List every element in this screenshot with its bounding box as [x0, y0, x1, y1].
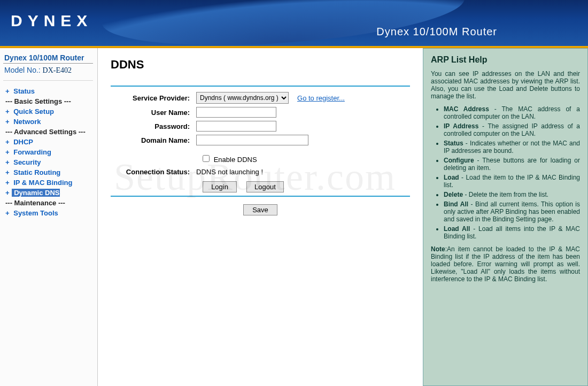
nav-item-label: System Tools	[12, 209, 58, 217]
help-term: MAC Address	[444, 105, 489, 113]
help-intro: You can see IP addresses on the LAN and …	[431, 70, 580, 100]
sidebar-model: Model No.: DX-E402	[3, 64, 93, 81]
nav-item-label: Network	[12, 118, 41, 126]
help-item: IP Address - The assigned IP address of …	[444, 122, 580, 137]
divider	[111, 196, 410, 197]
router-title: Dynex 10/100M Router	[376, 26, 497, 38]
register-link[interactable]: Go to register...	[297, 94, 345, 102]
help-item: Bind All - Bind all current items. This …	[444, 200, 580, 223]
label-domain: Domain Name:	[111, 136, 196, 144]
bullet-icon: +	[5, 168, 10, 176]
nav-item[interactable]: + Dynamic DNS	[3, 188, 97, 198]
model-label: Model No.:	[4, 66, 41, 74]
nav-item[interactable]: + Static Routing	[3, 167, 97, 177]
enable-ddns-checkbox[interactable]	[203, 155, 210, 162]
help-term: Load	[444, 174, 459, 181]
nav-item-label: Static Routing	[12, 168, 61, 176]
nav-item[interactable]: + System Tools	[3, 208, 97, 218]
nav-menu: + Status--- Basic Settings ---+ Quick Se…	[3, 86, 97, 218]
decorative-swoosh	[100, 0, 467, 48]
conn-status-value: DDNS not launching !	[196, 168, 263, 176]
nav-item[interactable]: + Quick Setup	[3, 106, 97, 117]
help-item: Delete - Delete the item from the list.	[444, 191, 580, 198]
nav-heading: --- Maintenance ---	[3, 198, 97, 208]
help-list: MAC Address - The MAC address of a contr…	[444, 105, 580, 240]
bullet-icon: +	[5, 179, 10, 187]
ddns-form: Service Provider: Dyndns ( www.dyndns.or…	[111, 86, 410, 215]
help-term: Bind All	[444, 200, 468, 208]
divider	[111, 86, 410, 87]
help-item: Status - Indicates whether or not the MA…	[444, 140, 580, 155]
help-panel: ARP List Help You can see IP addresses o…	[423, 48, 588, 386]
bullet-icon: +	[5, 107, 10, 115]
note-text: :An item cannot be loaded to the IP & MA…	[431, 245, 580, 283]
help-term: Status	[444, 140, 463, 147]
brand-logo: DYNEX	[11, 12, 92, 30]
nav-item-label: Security	[12, 158, 41, 166]
bullet-icon: +	[5, 87, 10, 95]
label-conn-status: Connection Status:	[111, 168, 196, 176]
help-item: Load All - Load all items into the IP & …	[444, 225, 580, 240]
bullet-icon: +	[5, 158, 10, 166]
help-item: MAC Address - The MAC address of a contr…	[444, 105, 580, 120]
bullet-icon: +	[5, 118, 10, 126]
domain-input[interactable]	[196, 135, 308, 145]
nav-heading: --- Advanced Settings ---	[3, 127, 97, 137]
label-password: Password:	[111, 122, 196, 130]
app-header: DYNEX Dynex 10/100M Router	[0, 0, 588, 48]
bullet-icon: +	[5, 209, 10, 217]
bullet-icon: +	[5, 148, 10, 156]
label-username: User Name:	[111, 109, 196, 117]
password-input[interactable]	[196, 121, 276, 132]
username-input[interactable]	[196, 107, 276, 118]
nav-item-label: Dynamic DNS	[12, 189, 60, 197]
help-note: Note:An item cannot be loaded to the IP …	[431, 245, 580, 283]
page-title: DDNS	[111, 58, 410, 72]
service-provider-select[interactable]: Dyndns ( www.dyndns.org )	[196, 92, 289, 104]
help-item: Load - Load the item to the IP & MAC Bin…	[444, 174, 580, 189]
save-button[interactable]: Save	[243, 204, 277, 215]
nav-item[interactable]: + Status	[3, 86, 97, 96]
nav-heading: --- Basic Settings ---	[3, 96, 97, 106]
nav-item[interactable]: + DHCP	[3, 137, 97, 147]
bullet-icon: +	[5, 138, 10, 146]
nav-item[interactable]: + Forwarding	[3, 147, 97, 157]
model-number: DX-E402	[43, 66, 72, 74]
nav-item-label: Forwarding	[12, 148, 51, 156]
main-panel: SetupRouter.com DDNS Service Provider: D…	[98, 48, 423, 386]
nav-item-label: Status	[12, 87, 35, 95]
nav-item[interactable]: + Network	[3, 117, 97, 127]
bullet-icon: +	[5, 189, 10, 197]
help-desc: - Load the item to the IP & MAC Binding …	[444, 174, 580, 189]
nav-item[interactable]: + IP & MAC Binding	[3, 177, 97, 188]
logout-button[interactable]: Logout	[246, 181, 284, 192]
help-item: Configure - These buttons are for loadin…	[444, 157, 580, 172]
help-title: ARP List Help	[431, 55, 580, 65]
help-desc: - Delete the item from the list.	[463, 191, 548, 198]
sidebar-product: Dynex 10/100M Router	[3, 53, 93, 64]
help-desc: - Indicates whether or not the MAC and I…	[444, 140, 580, 155]
nav-item[interactable]: + Security	[3, 157, 97, 167]
note-label: Note	[431, 245, 445, 253]
help-term: Delete	[444, 191, 463, 198]
nav-item-label: Quick Setup	[12, 107, 54, 115]
login-button[interactable]: Login	[203, 181, 237, 192]
nav-item-label: DHCP	[12, 138, 33, 146]
help-term: IP Address	[444, 122, 478, 130]
sidebar: Dynex 10/100M Router Model No.: DX-E402 …	[0, 48, 98, 386]
enable-ddns-label: Enable DDNS	[214, 156, 257, 164]
help-term: Load All	[444, 225, 470, 233]
help-term: Configure	[444, 157, 474, 164]
label-service-provider: Service Provider:	[111, 94, 196, 102]
nav-item-label: IP & MAC Binding	[12, 179, 73, 187]
